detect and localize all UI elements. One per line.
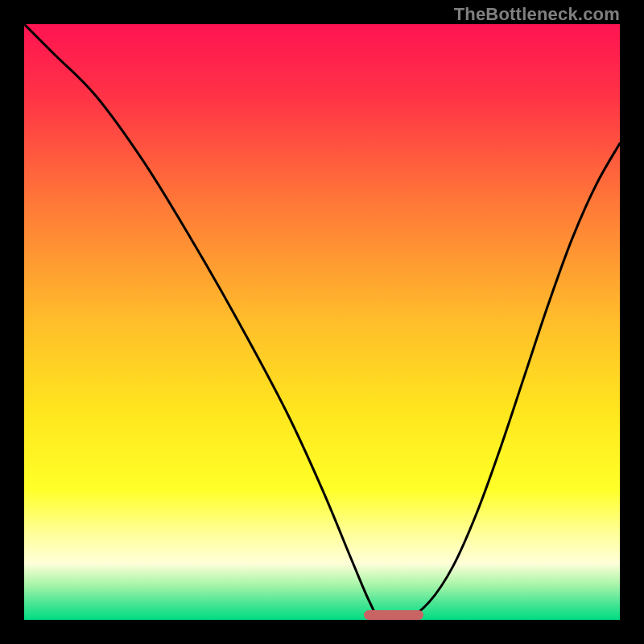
bottleneck-curve — [24, 24, 620, 620]
curve-layer — [24, 24, 620, 620]
watermark-text: TheBottleneck.com — [454, 4, 620, 25]
chart-frame: TheBottleneck.com — [0, 0, 644, 644]
plot-area — [24, 24, 620, 620]
optimal-range-marker — [364, 610, 423, 620]
